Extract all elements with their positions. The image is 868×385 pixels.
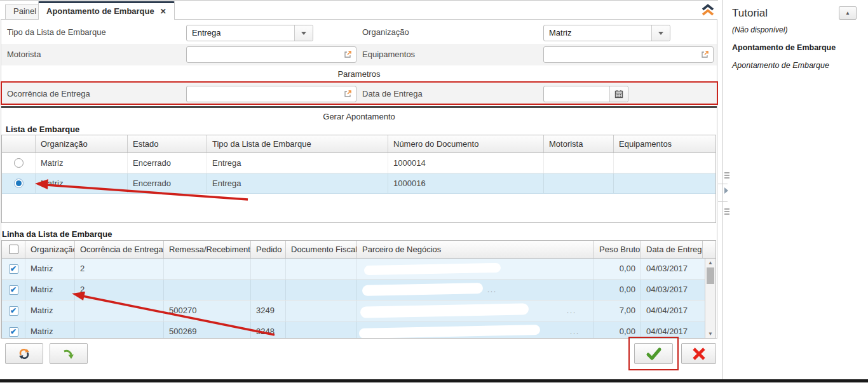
ocorrencia-lookup-icon[interactable] bbox=[343, 90, 352, 100]
table-row[interactable]: ✔ Matriz 2 ... 0,00 04/03/2017 bbox=[2, 280, 705, 301]
parametros-section-title: Parametros bbox=[1, 65, 717, 83]
row-radio[interactable] bbox=[14, 158, 24, 168]
splitter-expand-icon[interactable] bbox=[724, 187, 728, 194]
scroll-down-icon[interactable]: ▼ bbox=[705, 331, 715, 337]
cell-remessa: 500270 bbox=[164, 301, 251, 321]
cell-data-entrega: 04/04/2017 bbox=[641, 301, 705, 321]
cell-organizacao: Matriz bbox=[25, 280, 75, 300]
equipamentos-input[interactable] bbox=[544, 47, 713, 62]
column-header[interactable]: Organização bbox=[36, 135, 128, 152]
gerar-apontamento-title: Gerar Apontamento bbox=[1, 109, 717, 125]
cell-organizacao: Matriz bbox=[25, 321, 75, 339]
linha-header-row: ✔ Organização Ocorrência de Entrega Reme… bbox=[2, 241, 715, 259]
motorista-lookup-icon[interactable] bbox=[343, 50, 352, 61]
tabbar-divider bbox=[0, 0, 718, 1]
redaction-artifact: ... bbox=[567, 301, 576, 321]
column-header[interactable]: Documento Fiscal bbox=[286, 241, 357, 258]
caret-down-icon bbox=[301, 32, 306, 35]
close-tab-icon[interactable]: ✕ bbox=[160, 4, 166, 19]
column-header[interactable]: Pedido bbox=[251, 241, 286, 258]
calendar-button[interactable] bbox=[609, 86, 628, 102]
tutorial-topic-subtitle[interactable]: Apontamento de Embarque bbox=[732, 61, 829, 70]
table-row[interactable]: ✔ Matriz 500270 3249 ... 7,00 04/04/2017 bbox=[2, 301, 705, 321]
tab-label: Apontamento de Embarque bbox=[46, 4, 154, 19]
row-checkbox[interactable]: ✔ bbox=[9, 306, 18, 316]
tab-apontamento-de-embarque[interactable]: Apontamento de Embarque ✕ bbox=[38, 1, 175, 20]
row-checkbox[interactable]: ✔ bbox=[9, 285, 18, 295]
cell-organizacao: Matriz bbox=[25, 301, 75, 321]
refresh-button[interactable] bbox=[5, 343, 43, 364]
cell-data-entrega: 04/04/2017 bbox=[641, 321, 705, 339]
confirm-button[interactable] bbox=[634, 343, 673, 364]
scrollbar-thumb[interactable] bbox=[707, 267, 714, 284]
transfer-button[interactable] bbox=[50, 343, 88, 364]
table-row[interactable]: ✔ Matriz 500269 3248 ... 0,00 04/04/2017 bbox=[2, 321, 705, 339]
column-header[interactable]: Número do Documento bbox=[388, 135, 544, 152]
tutorial-collapse-button[interactable]: ▲ bbox=[839, 6, 857, 20]
column-header[interactable]: Organização bbox=[25, 241, 75, 258]
check-icon bbox=[646, 347, 662, 361]
column-header[interactable]: Peso Bruto bbox=[594, 241, 641, 258]
equipamentos-lookup-icon[interactable] bbox=[700, 50, 709, 61]
motorista-field bbox=[186, 46, 356, 63]
equipamentos-label: Equipamentos bbox=[362, 44, 415, 65]
double-chevron-up-icon bbox=[700, 3, 716, 17]
organizacao-label: Organização bbox=[362, 21, 409, 44]
cell-parceiro-redacted bbox=[357, 259, 594, 279]
cell-data-entrega: 04/03/2017 bbox=[641, 280, 705, 300]
lista-selector-header bbox=[2, 135, 36, 152]
column-header[interactable]: Parceiro de Negócios bbox=[357, 241, 594, 258]
cell-doc-fiscal bbox=[286, 321, 357, 339]
cancel-button[interactable] bbox=[681, 343, 716, 364]
collapse-form-button[interactable] bbox=[700, 3, 716, 19]
table-row[interactable]: ✔ Matriz 2 0,00 04/03/2017 bbox=[2, 259, 705, 280]
panel-splitter[interactable] bbox=[722, 0, 722, 379]
organizacao-dropdown-button[interactable] bbox=[651, 25, 670, 41]
organizacao-value: Matriz bbox=[549, 25, 571, 41]
scroll-up-icon[interactable]: ▲ bbox=[705, 260, 715, 266]
splitter-grip-handle[interactable] bbox=[724, 208, 729, 216]
data-entrega-field bbox=[543, 86, 628, 102]
redaction-artifact: ... bbox=[570, 321, 580, 339]
tipo-lista-dropdown-button[interactable] bbox=[294, 25, 313, 41]
linha-lista-title: Linha da Lista de Embarque bbox=[2, 229, 112, 239]
organizacao-select[interactable]: Matriz bbox=[543, 25, 670, 41]
splitter-tick bbox=[718, 201, 728, 202]
cell-numero: 1000016 bbox=[388, 173, 544, 193]
row-checkbox[interactable]: ✔ bbox=[9, 327, 18, 337]
motorista-input[interactable] bbox=[187, 47, 356, 62]
row-checkbox[interactable]: ✔ bbox=[9, 264, 18, 274]
cell-parceiro-redacted: ... bbox=[357, 280, 594, 300]
cell-remessa bbox=[164, 280, 251, 300]
tutorial-title: Tutorial bbox=[732, 7, 768, 20]
cell-doc-fiscal bbox=[286, 259, 357, 279]
cell-tipo: Entrega bbox=[207, 153, 388, 173]
column-header[interactable]: Estado bbox=[128, 135, 207, 152]
tipo-lista-select[interactable]: Entrega bbox=[186, 25, 313, 41]
table-row[interactable]: Matriz Encerrado Entrega 1000014 bbox=[2, 153, 715, 173]
row-radio[interactable] bbox=[14, 179, 24, 188]
cell-organizacao: Matriz bbox=[36, 173, 128, 193]
column-header[interactable]: Data de Entrega bbox=[641, 241, 703, 258]
column-header[interactable]: Tipo da Lista de Embarque bbox=[207, 135, 388, 152]
column-header[interactable]: Equipamentos bbox=[614, 135, 715, 152]
cell-pedido: 3249 bbox=[251, 301, 286, 321]
select-all-checkbox[interactable]: ✔ bbox=[9, 245, 18, 254]
ocorrencia-label: Ocorrência de Entrega bbox=[7, 83, 90, 105]
column-header[interactable]: Remessa/Recebimento bbox=[164, 241, 251, 258]
cell-pedido: 3248 bbox=[251, 321, 286, 339]
redaction-blob bbox=[364, 263, 501, 275]
header-spacer bbox=[703, 241, 715, 258]
cell-organizacao: Matriz bbox=[25, 259, 75, 279]
cell-tipo: Entrega bbox=[207, 173, 388, 193]
vertical-scrollbar[interactable]: ▲ ▼ bbox=[705, 259, 715, 338]
ocorrencia-input[interactable] bbox=[187, 86, 356, 102]
cell-ocorrencia bbox=[75, 301, 164, 321]
column-header[interactable]: Motorista bbox=[544, 135, 614, 152]
splitter-grip-handle[interactable] bbox=[724, 172, 729, 180]
table-row-selected[interactable]: Matriz Encerrado Entrega 1000016 bbox=[2, 173, 715, 194]
cell-equipamentos bbox=[614, 153, 715, 173]
tutorial-topic-link[interactable]: Apontamento de Embarque bbox=[732, 43, 836, 52]
cell-equipamentos bbox=[614, 173, 715, 193]
column-header[interactable]: Ocorrência de Entrega bbox=[75, 241, 164, 258]
